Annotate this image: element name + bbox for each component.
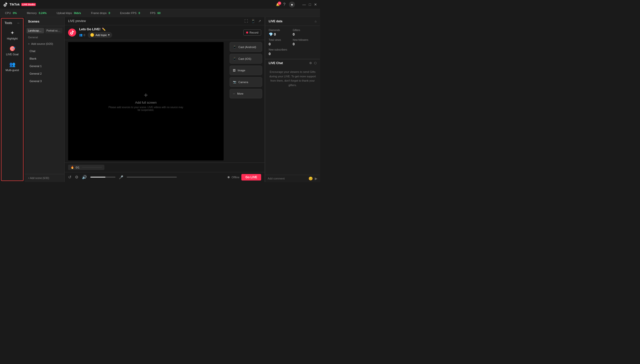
profile-icon[interactable]: ● (289, 2, 295, 8)
app-name: TikTok (10, 3, 20, 6)
scenes-title: Scenes (28, 20, 40, 23)
scene-tab-landscape[interactable]: Landscape ... (27, 28, 44, 33)
settings-icon[interactable]: ⚙ (75, 175, 78, 179)
titlebar: TikTok LIVE Studio 🔔 10 ? ● — □ ✕ (0, 0, 320, 9)
add-source-button[interactable]: + Add source (0/20) (25, 40, 64, 47)
record-button[interactable]: Record (243, 30, 261, 36)
volume-slider[interactable] (90, 177, 115, 177)
diamonds-count: 0 (274, 32, 276, 36)
window-controls: — □ ✕ (302, 3, 317, 7)
tool-live-goal[interactable]: 🎯 LIVE Goal (3, 43, 22, 58)
preview-header-icons: ⛶ 📱 ↗ (244, 19, 261, 23)
live-data-gifters: Gifters 0 (293, 29, 316, 36)
add-full-screen-icon[interactable]: + (144, 91, 148, 99)
emoji-icon[interactable]: 😊 (308, 176, 313, 180)
scene-tab-portrait[interactable]: Portrait sce... (45, 28, 63, 33)
comment-input-row: 😊 ▶ (265, 175, 320, 182)
notification-button[interactable]: 🔔 10 (276, 3, 280, 6)
stat-encoder-fps-label: Encoder FPS (120, 12, 136, 15)
highlight-icon: ✦ (10, 30, 15, 36)
volume-icon[interactable]: 🔊 (82, 175, 87, 179)
diamond-icon: 💎 (269, 32, 273, 36)
cast-ios-button[interactable]: 📱 Cast (iOS) (230, 54, 262, 64)
preview-fullscreen-icon[interactable]: ⛶ (244, 19, 248, 23)
live-data-grid: Diamonds 💎 0 Gifters 0 Total views 0 New… (265, 26, 320, 59)
diamonds-label: Diamonds (269, 29, 292, 32)
scene-item-blank[interactable]: Blank (26, 55, 63, 62)
cast-android-button[interactable]: 📱 Cast (Android) (230, 42, 262, 52)
live-data-home-icon[interactable]: ⌂ (315, 20, 316, 23)
image-button[interactable]: 🖼 Image (230, 66, 262, 75)
tool-multi-guest[interactable]: 👥 Multi-guest (3, 59, 22, 74)
preview-mobile-icon[interactable]: 📱 (251, 19, 255, 23)
stream-title-text: Lets Go LIVE! (79, 27, 100, 31)
edit-title-icon[interactable]: ✏️ (102, 28, 106, 31)
preview-share-icon[interactable]: ↗ (258, 19, 261, 23)
close-button[interactable]: ✕ (314, 3, 317, 7)
scene-item-chat[interactable]: Chat (26, 48, 63, 55)
live-chat-body: Encourage your viewers to send Gifts dur… (265, 67, 320, 175)
tool-multi-guest-label: Multi-guest (6, 69, 19, 72)
image-label: Image (238, 69, 245, 72)
controls-bar: ↺ ⚙ 🔊 🎤 Offline Go LIVE (65, 172, 265, 182)
viewers-icon: 👥 (79, 33, 83, 37)
preview-title: LIVE preview (68, 19, 86, 23)
help-icon[interactable]: ? (283, 2, 285, 7)
record-label: Record (250, 31, 258, 34)
new-followers-label: New followers (293, 39, 316, 41)
scene-item-general1[interactable]: General 1 (26, 63, 63, 70)
stream-info: Lets Go LIVE! ✏️ 👥 0 🟡 Add topic ▾ (65, 25, 265, 40)
comment-input[interactable] (268, 177, 306, 180)
scene-item-general3[interactable]: General 3 (26, 78, 63, 85)
diamonds-value: 💎 0 (269, 32, 292, 36)
stat-fps: FPS 60 (150, 12, 161, 15)
preview-content-area: + Add full screen Please add sources to … (68, 42, 224, 160)
stat-frame-drops: Frame drops 0 (91, 12, 110, 15)
new-followers-value: 0 (293, 42, 316, 46)
new-subscribers-label: New subscribers (269, 48, 292, 51)
chat-expand-icon[interactable]: ⬡ (314, 61, 316, 65)
add-source-label: Add source (0/20) (31, 42, 53, 45)
add-scene-button[interactable]: + Add scene (6/30) (25, 174, 64, 182)
gifters-value: 0 (293, 32, 316, 36)
stat-upload-value: 0kb/s (74, 12, 81, 15)
stream-meta: 👥 0 🟡 Add topic ▾ (79, 32, 112, 38)
camera-label: Camera (238, 81, 248, 84)
boost-icon: 🔥 (71, 166, 74, 169)
offline-text: Offline (232, 176, 240, 179)
maximize-button[interactable]: □ (309, 3, 311, 7)
app-logo: TikTok LIVE Studio (3, 2, 36, 7)
tool-highlight-label: Highlight (7, 37, 18, 40)
stat-fps-label: FPS (150, 12, 155, 15)
more-icon: ··· (233, 92, 235, 95)
stat-memory-value: 0.24% (39, 12, 47, 15)
send-icon[interactable]: ▶ (315, 176, 317, 180)
tools-back-icon[interactable]: ← (17, 21, 20, 25)
preview-header: LIVE preview ⛶ 📱 ↗ (65, 17, 265, 25)
stat-encoder-fps-value: 0 (138, 12, 140, 15)
live-goal-icon: 🎯 (9, 46, 16, 52)
stream-info-left: Lets Go LIVE! ✏️ 👥 0 🟡 Add topic ▾ (68, 27, 112, 38)
statsbar: CPU 0% Memory 0.24% Upload kbps 0kb/s Fr… (0, 9, 320, 17)
more-button[interactable]: ··· More (230, 89, 262, 98)
stream-avatar (68, 29, 76, 37)
scene-item-general2[interactable]: General 2 (26, 70, 63, 77)
stat-upload: Upload kbps 0kb/s (57, 12, 81, 15)
minimize-button[interactable]: — (302, 3, 306, 7)
refresh-icon[interactable]: ↺ (68, 175, 71, 179)
mic-slider[interactable] (127, 177, 177, 177)
chat-settings-icon[interactable]: ⚙ (309, 61, 312, 65)
tool-highlight[interactable]: ✦ Highlight (3, 27, 22, 43)
stat-encoder-fps: Encoder FPS 0 (120, 12, 140, 15)
add-topic-button[interactable]: 🟡 Add topic ▾ (88, 32, 112, 38)
preview-canvas-area: + Add full screen Please add sources to … (65, 40, 265, 162)
camera-button[interactable]: 📷 Camera (230, 77, 262, 87)
avatar-tiktok-icon (70, 30, 75, 35)
scenes-panel: Scenes Landscape ... Portrait sce... Gen… (25, 17, 65, 182)
live-chat-icons: ⚙ ⬡ (309, 61, 316, 65)
gifters-label: Gifters (293, 29, 316, 32)
mic-icon[interactable]: 🎤 (119, 175, 123, 179)
go-live-button[interactable]: Go LIVE (241, 174, 261, 180)
tools-title: Tools (5, 21, 12, 25)
scene-tabs: Landscape ... Portrait sce... (25, 26, 64, 33)
